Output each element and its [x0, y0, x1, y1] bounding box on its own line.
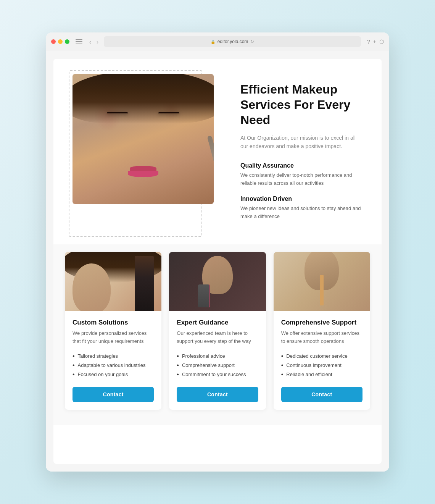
minimize-button[interactable]	[58, 39, 63, 44]
card-1-contact-button[interactable]: Contact	[72, 387, 154, 402]
card-2-body: Expert Guidance Our experienced team is …	[169, 311, 266, 410]
card-1-body: Custom Solutions We provide personalized…	[65, 311, 161, 410]
hero-image-container	[72, 74, 218, 229]
card-2-list: Professional advice Comprehensive suppor…	[177, 352, 258, 379]
eye-area-illustration	[99, 112, 183, 135]
card-3-bullet-1: Dedicated customer service	[281, 352, 362, 361]
cards-grid: Custom Solutions We provide personalized…	[65, 252, 370, 410]
close-button[interactable]	[51, 39, 56, 44]
card-1-title: Custom Solutions	[72, 319, 154, 326]
card-2-dashed-border	[169, 252, 266, 311]
traffic-lights	[51, 39, 69, 44]
help-button[interactable]: ?	[367, 39, 370, 45]
card-1-image	[65, 252, 161, 311]
feature-block-1: Quality Assurance We consistently delive…	[240, 162, 362, 187]
browser-actions: ? + ⬡	[367, 39, 384, 45]
lip-area-illustration	[128, 166, 158, 177]
card-1-bullet-2: Adaptable to various industries	[72, 361, 154, 370]
card-3-dashed-border	[274, 252, 370, 311]
card-3-image	[274, 252, 370, 311]
forward-button[interactable]: ›	[95, 38, 100, 46]
lock-icon: 🔒	[211, 40, 215, 44]
hero-section: Efficient Makeup Services For Every Need…	[53, 59, 382, 244]
cards-section: Custom Solutions We provide personalized…	[53, 244, 382, 425]
browser-nav: ‹ ›	[88, 38, 100, 46]
makeup-face-illustration	[72, 74, 214, 204]
new-tab-button[interactable]: +	[373, 39, 376, 45]
browser-window: ‹ › 🔒 editor.yola.com ↻ ? + ⬡	[46, 32, 389, 472]
sidebar-toggle-icon[interactable]	[76, 39, 82, 44]
card-2-bullet-2: Comprehensive support	[177, 361, 258, 370]
lip-upper-illustration	[130, 166, 156, 171]
address-bar[interactable]: 🔒 editor.yola.com ↻	[104, 36, 361, 47]
stylist-figure-illustration	[135, 256, 154, 311]
browser-content: Efficient Makeup Services For Every Need…	[46, 51, 389, 472]
card-3-bullet-3: Reliable and efficient	[281, 370, 362, 379]
hero-image	[72, 74, 214, 204]
card-3-bullet-2: Continuous improvement	[281, 361, 362, 370]
card-2-bullet-1: Professional advice	[177, 352, 258, 361]
reload-icon: ↻	[250, 39, 254, 44]
card-3: Comprehensive Support We offer extensive…	[274, 252, 370, 410]
hero-subtitle: At Our Organization, our mission is to e…	[240, 134, 362, 151]
eye-right-illustration	[158, 112, 179, 120]
eye-left-illustration	[107, 112, 128, 120]
feature-block-2: Innovation Driven We pioneer new ideas a…	[240, 195, 362, 221]
card-1-bullet-3: Focused on your goals	[72, 370, 154, 379]
hero-text: Efficient Makeup Services For Every Need…	[218, 74, 362, 229]
more-button[interactable]: ⬡	[379, 39, 384, 45]
card-1-list: Tailored strategies Adaptable to various…	[72, 352, 154, 379]
card-2-image	[169, 252, 266, 311]
url-text: editor.yola.com	[218, 39, 248, 44]
browser-chrome: ‹ › 🔒 editor.yola.com ↻ ? + ⬡	[46, 32, 389, 51]
card-3-title: Comprehensive Support	[281, 319, 362, 326]
makeup-brush-illustration	[207, 135, 214, 181]
card-1-desc: We provide personalized services that fi…	[72, 330, 154, 346]
hero-title: Efficient Makeup Services For Every Need	[240, 82, 362, 128]
card-3-contact-button[interactable]: Contact	[281, 387, 362, 402]
card-3-list: Dedicated customer service Continuous im…	[281, 352, 362, 379]
site-wrapper: Efficient Makeup Services For Every Need…	[53, 59, 382, 464]
lip-lower-illustration	[128, 171, 158, 177]
card-2-contact-button[interactable]: Contact	[177, 387, 258, 402]
card-3-body: Comprehensive Support We offer extensive…	[274, 311, 370, 410]
card-2-desc: Our experienced team is here to support …	[177, 330, 258, 346]
card-3-desc: We offer extensive support services to e…	[281, 330, 362, 346]
feature-1-title: Quality Assurance	[240, 162, 362, 169]
card-2-title: Expert Guidance	[177, 319, 258, 326]
maximize-button[interactable]	[65, 39, 69, 44]
back-button[interactable]: ‹	[88, 38, 93, 46]
card-2-bullet-3: Commitment to your success	[177, 370, 258, 379]
card-1: Custom Solutions We provide personalized…	[65, 252, 161, 410]
feature-2-title: Innovation Driven	[240, 195, 362, 202]
card-2: Expert Guidance Our experienced team is …	[169, 252, 266, 410]
feature-2-desc: We pioneer new ideas and solutions to st…	[240, 205, 362, 221]
card-1-bullet-1: Tailored strategies	[72, 352, 154, 361]
feature-1-desc: We consistently deliver top-notch perfor…	[240, 171, 362, 187]
